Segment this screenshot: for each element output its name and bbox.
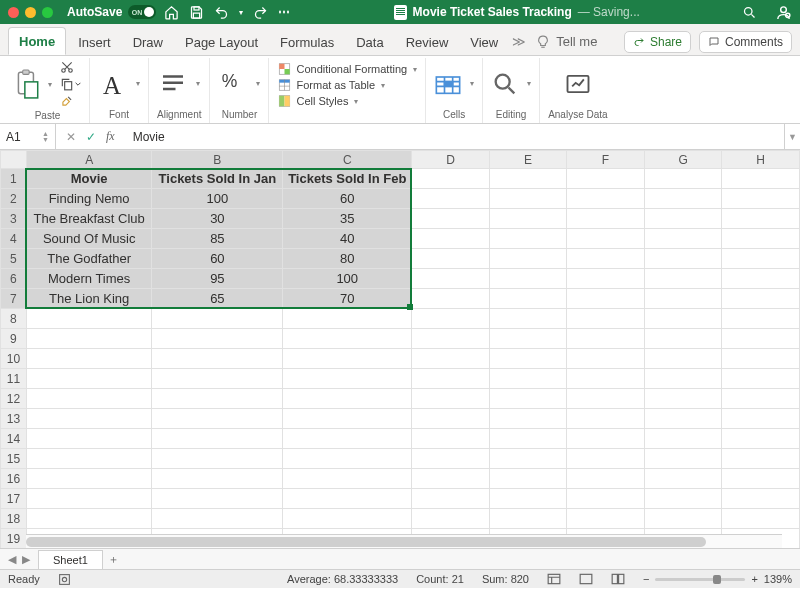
cell[interactable] [644, 169, 722, 189]
cell[interactable] [26, 489, 152, 509]
zoom-value[interactable]: 139% [764, 573, 792, 585]
cell[interactable]: The Breakfast Club [26, 209, 152, 229]
alignment-button[interactable] [158, 69, 188, 99]
cell[interactable] [644, 509, 722, 529]
comments-button[interactable]: Comments [699, 31, 792, 53]
tab-data[interactable]: Data [346, 29, 393, 55]
cell[interactable] [644, 269, 722, 289]
cell[interactable] [567, 429, 645, 449]
cell[interactable] [567, 389, 645, 409]
cell[interactable] [152, 469, 283, 489]
cell[interactable] [644, 249, 722, 269]
cell[interactable] [644, 189, 722, 209]
cell[interactable] [26, 389, 152, 409]
cell[interactable] [152, 409, 283, 429]
cell[interactable] [722, 289, 800, 309]
undo-icon[interactable] [214, 5, 229, 20]
add-sheet-button[interactable]: ＋ [103, 552, 125, 567]
editing-dropdown-icon[interactable]: ▾ [527, 79, 531, 88]
expand-formula-bar-icon[interactable]: ▼ [784, 124, 800, 149]
cell[interactable] [152, 509, 283, 529]
column-header[interactable]: B [152, 151, 283, 169]
cell[interactable] [283, 429, 412, 449]
row-header[interactable]: 17 [1, 489, 27, 509]
cell[interactable] [644, 309, 722, 329]
cell[interactable] [567, 369, 645, 389]
macro-record-icon[interactable] [58, 573, 71, 586]
cells-button[interactable] [434, 70, 462, 98]
row-header[interactable]: 10 [1, 349, 27, 369]
tab-home[interactable]: Home [8, 27, 66, 55]
cell[interactable]: Movie [26, 169, 152, 189]
cell[interactable] [412, 489, 490, 509]
save-icon[interactable] [189, 5, 204, 20]
cell[interactable] [644, 329, 722, 349]
cell[interactable] [567, 289, 645, 309]
tab-overflow-icon[interactable]: ≫ [510, 34, 528, 55]
cell[interactable] [152, 449, 283, 469]
cell[interactable]: 60 [283, 189, 412, 209]
cell[interactable] [722, 469, 800, 489]
cell[interactable] [283, 309, 412, 329]
horizontal-scrollbar[interactable] [26, 534, 782, 548]
copy-icon[interactable] [60, 77, 81, 91]
cell[interactable] [489, 429, 567, 449]
cell[interactable] [152, 389, 283, 409]
cell[interactable] [722, 269, 800, 289]
cell[interactable] [644, 229, 722, 249]
row-header[interactable]: 3 [1, 209, 27, 229]
cell[interactable]: The Godfather [26, 249, 152, 269]
cell[interactable]: Modern Times [26, 269, 152, 289]
cell[interactable] [567, 489, 645, 509]
cell[interactable] [412, 369, 490, 389]
row-header[interactable]: 11 [1, 369, 27, 389]
cell[interactable] [489, 169, 567, 189]
cell[interactable]: 100 [152, 189, 283, 209]
cell[interactable] [489, 449, 567, 469]
tab-view[interactable]: View [460, 29, 508, 55]
cell[interactable]: 100 [283, 269, 412, 289]
more-icon[interactable]: ⋯ [278, 5, 291, 19]
column-header[interactable]: C [283, 151, 412, 169]
cell[interactable] [722, 209, 800, 229]
cell[interactable] [412, 469, 490, 489]
row-header[interactable]: 19 [1, 529, 27, 549]
format-painter-icon[interactable] [60, 94, 81, 108]
cell[interactable] [567, 169, 645, 189]
sheet-prev-icon[interactable]: ◀ [8, 553, 16, 566]
cell[interactable]: 95 [152, 269, 283, 289]
cell[interactable] [644, 349, 722, 369]
cell[interactable] [722, 409, 800, 429]
cell-styles-button[interactable]: Cell Styles▾ [277, 94, 417, 108]
cell[interactable] [412, 509, 490, 529]
cell[interactable] [489, 489, 567, 509]
cell[interactable] [722, 509, 800, 529]
cell[interactable] [412, 169, 490, 189]
analyse-data-button[interactable] [564, 70, 592, 98]
format-as-table-button[interactable]: Format as Table▾ [277, 78, 417, 92]
cell[interactable] [567, 449, 645, 469]
cell[interactable]: Tickets Sold In Jan [152, 169, 283, 189]
cell[interactable] [644, 369, 722, 389]
row-header[interactable]: 8 [1, 309, 27, 329]
tab-review[interactable]: Review [396, 29, 459, 55]
cell[interactable] [489, 509, 567, 529]
fx-icon[interactable]: fx [106, 129, 115, 144]
paste-dropdown-icon[interactable]: ▾ [48, 80, 52, 89]
cell[interactable]: The Lion King [26, 289, 152, 309]
worksheet-grid[interactable]: ABCDEFGH 1MovieTickets Sold In JanTicket… [0, 150, 800, 548]
close-window-button[interactable] [8, 7, 19, 18]
cell[interactable] [152, 329, 283, 349]
cell[interactable] [722, 389, 800, 409]
column-header[interactable]: F [567, 151, 645, 169]
cell[interactable] [644, 469, 722, 489]
cell[interactable] [26, 449, 152, 469]
row-header[interactable]: 6 [1, 269, 27, 289]
cell[interactable] [722, 369, 800, 389]
cell[interactable] [283, 449, 412, 469]
cell[interactable] [567, 329, 645, 349]
tell-me[interactable]: Tell me [530, 34, 603, 55]
maximise-window-button[interactable] [42, 7, 53, 18]
cell[interactable] [489, 309, 567, 329]
cells-dropdown-icon[interactable]: ▾ [470, 79, 474, 88]
